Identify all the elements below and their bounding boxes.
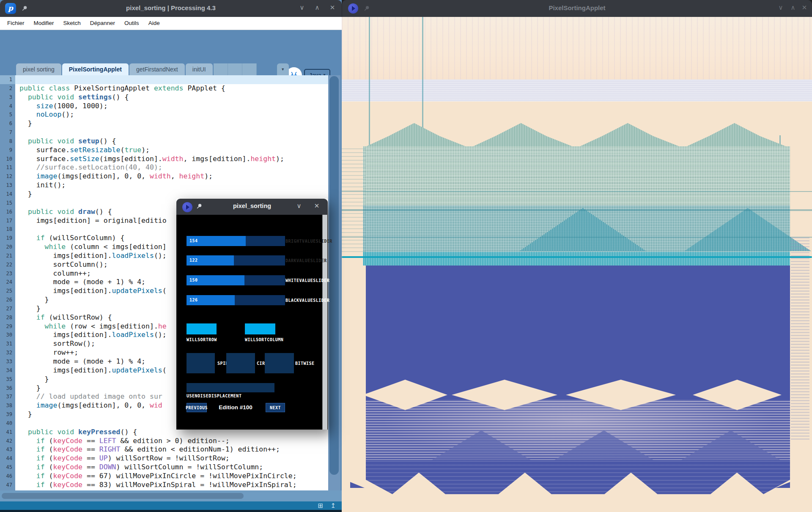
minimize-icon[interactable]: ∨ — [297, 4, 307, 13]
line-number: 34 — [0, 366, 15, 375]
glitch-mountains — [363, 122, 790, 148]
tab-pixel-sorting[interactable]: pixel sorting — [16, 63, 61, 75]
console-bar: ⊞ ↥ — [0, 501, 342, 510]
close-icon[interactable]: ✕ — [312, 202, 322, 211]
line-number: 30 — [0, 331, 15, 340]
line-number: 20 — [0, 243, 15, 252]
glitch-teal-band-3 — [363, 252, 790, 266]
slider-label: DARKVALUESLIDER — [285, 258, 324, 263]
glitch-blue-block — [366, 266, 790, 401]
line-number: 22 — [0, 260, 15, 269]
menu-item-d-panner[interactable]: Dépanner — [85, 17, 120, 30]
panel-scrollbar[interactable] — [322, 215, 327, 430]
toggle-willsortcolumn[interactable] — [245, 323, 275, 334]
toggle-bitwise[interactable] — [265, 353, 294, 373]
tab-getfirstandnext[interactable]: getFirstandNext — [129, 63, 185, 75]
slider-label: BLACKVALUESLIDER — [285, 298, 324, 303]
menu-item-fichier[interactable]: Fichier — [3, 17, 29, 30]
applet-window: PixelSortingApplet ∨ ∧ ✕ — [342, 0, 812, 512]
line-number: 23 — [0, 269, 15, 278]
maximize-icon[interactable]: ∧ — [788, 4, 798, 13]
menu-item-modifier[interactable]: Modifier — [29, 17, 59, 30]
ide-window-title: pixel_sorting | Processing 4.3 — [0, 4, 342, 11]
line-number: 8 — [0, 137, 15, 146]
ide-titlebar[interactable]: p pixel_sorting | Processing 4.3 ∨ ∧ ✕ — [0, 0, 342, 17]
line-number: 37 — [0, 392, 15, 401]
toggle-usenoisedisplacement[interactable] — [187, 383, 274, 392]
maximize-icon[interactable]: ∧ — [312, 4, 322, 13]
slider-whitevalueslider[interactable]: 150 — [187, 275, 285, 285]
code-line — [15, 128, 328, 137]
tab-pixelsortingapplet[interactable]: PixelSortingApplet — [62, 63, 129, 75]
line-number: 25 — [0, 287, 15, 296]
line-number: 19 — [0, 234, 15, 243]
tab-empty[interactable] — [214, 63, 228, 75]
pixel-sorted-image[interactable] — [342, 17, 812, 512]
close-icon[interactable]: ✕ — [327, 4, 337, 13]
slider-blackvalueslider[interactable]: 126 — [187, 295, 285, 305]
slider-brightvalueslider[interactable]: 154 — [187, 236, 285, 246]
toggle-spir[interactable] — [187, 353, 215, 373]
minimize-icon[interactable]: ∨ — [776, 4, 786, 13]
glitch-sky-band — [342, 17, 812, 80]
scrollbar-thumb[interactable] — [329, 76, 339, 475]
console-window-icon[interactable]: ⊞ — [318, 502, 323, 509]
toolbar: Java ▾ — [0, 30, 342, 63]
line-number: 5 — [0, 110, 15, 119]
menu-item-sketch[interactable]: Sketch — [59, 17, 85, 30]
menu-item-aide[interactable]: Aide — [144, 17, 165, 30]
line-number: 7 — [0, 128, 15, 137]
code-line: if (keyCode == DOWN) willSortColumn = !w… — [15, 463, 328, 472]
toggle-label: WILLSORTCOLUMN — [245, 337, 283, 342]
line-number: 47 — [0, 481, 15, 490]
line-number: 27 — [0, 304, 15, 313]
applet-titlebar[interactable]: PixelSortingApplet ∨ ∧ ✕ — [342, 0, 812, 17]
glitch-horizontal-line — [342, 209, 812, 211]
toggle-circ[interactable] — [226, 353, 255, 373]
code-line: public class PixelSortingApplet extends … — [15, 84, 328, 93]
line-number: 40 — [0, 419, 15, 428]
glitch-teal-line — [342, 256, 812, 258]
previous-button[interactable]: PREVIOUS — [187, 403, 207, 412]
toggle-willsortrow[interactable] — [187, 323, 217, 334]
line-number: 21 — [0, 252, 15, 260]
code-line: public void settings() { — [15, 93, 328, 102]
line-number: 41 — [0, 428, 15, 437]
line-number: 10 — [0, 155, 15, 164]
next-button[interactable]: NEXT — [266, 403, 285, 412]
line-number: 14 — [0, 190, 15, 199]
tab-initui[interactable]: initUI — [186, 63, 213, 75]
slider-value: 122 — [189, 258, 198, 263]
line-number: 26 — [0, 296, 15, 304]
line-number: 32 — [0, 348, 15, 357]
slider-value: 150 — [189, 278, 198, 282]
editor-horizontal-scrollbar[interactable] — [0, 490, 342, 501]
slider-label: WHITEVALUESLIDER — [285, 278, 324, 283]
line-number: 46 — [0, 472, 15, 481]
close-icon[interactable]: ✕ — [799, 4, 809, 13]
glitch-horizontal-line — [342, 237, 812, 238]
line-number: 15 — [0, 199, 15, 208]
code-line: //surface.setLocation(40, 40); — [15, 163, 328, 172]
console-export-icon[interactable]: ↥ — [330, 502, 336, 509]
tab-overflow-button[interactable]: ▼ — [277, 63, 289, 75]
menu-item-outils[interactable]: Outils — [120, 17, 144, 30]
toggle-label: USENOISEDISPLACEMENT — [187, 394, 241, 398]
line-number: 4 — [0, 102, 15, 111]
tab-empty[interactable] — [228, 63, 242, 75]
line-number: 6 — [0, 119, 15, 128]
code-line: noLoop(); — [15, 110, 328, 119]
line-number: 18 — [0, 225, 15, 234]
minimize-icon[interactable]: ∨ — [294, 202, 304, 211]
line-number: 13 — [0, 181, 15, 190]
tab-empty[interactable] — [242, 63, 257, 75]
slider-label: BRIGHTVALUESLIDER — [285, 239, 324, 244]
line-number: 45 — [0, 463, 15, 472]
panel-titlebar[interactable]: pixel_sorting ∨ ✕ — [176, 199, 328, 215]
line-number: 43 — [0, 445, 15, 454]
slider-darkvalueslider[interactable]: 122 — [187, 255, 285, 266]
sketch-control-window: pixel_sorting ∨ ✕ USENOISEDISPLACEMENT P… — [176, 199, 328, 430]
code-line: if (keyCode == UP) willSortRow = !willSo… — [15, 454, 328, 463]
editor-vertical-scrollbar[interactable] — [328, 75, 340, 490]
scrollbar-thumb[interactable] — [2, 493, 244, 499]
